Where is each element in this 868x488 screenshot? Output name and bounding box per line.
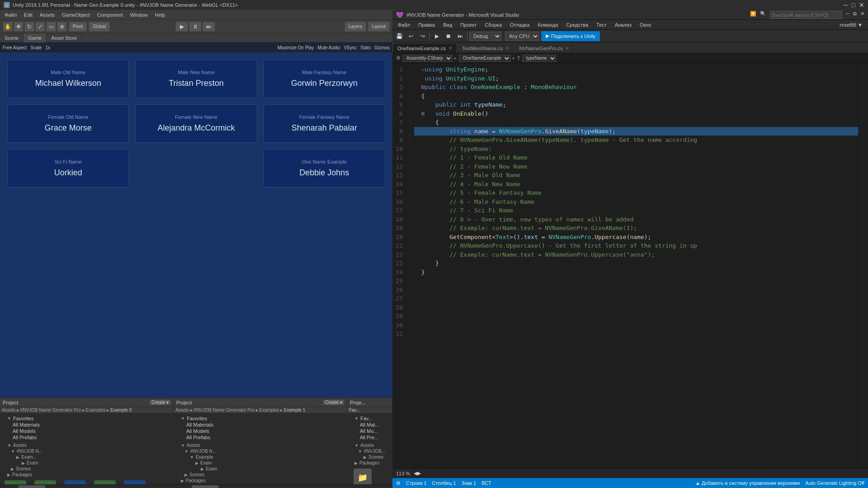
unity-menu-edit[interactable]: Edit (21, 12, 35, 18)
minimize-btn[interactable]: ─ (844, 1, 848, 9)
all-materials-0[interactable]: All Materials (2, 422, 171, 428)
maximize-btn[interactable]: □ (852, 1, 855, 9)
create-btn-0[interactable]: Create ▾ (150, 400, 170, 405)
vs-step-btn[interactable]: ⏭ (455, 31, 465, 41)
status-vcs-action[interactable]: ▲ Добавить в систему управления версиями (695, 480, 800, 486)
asset-rotate-na-0[interactable]: 📦 Rotate Na... (91, 480, 118, 484)
layout-btn[interactable]: Layout (368, 22, 390, 32)
vs-close-btn[interactable]: ✕ (860, 11, 864, 19)
all-models-1[interactable]: All Models (175, 428, 345, 434)
close-btn[interactable]: ✕ (859, 1, 864, 9)
scroll-indicator[interactable]: ◀▶ (414, 470, 421, 476)
vs-menu-analyze[interactable]: Анализ (611, 20, 635, 30)
asset-onenamee-0[interactable]: C# OneNameE... (61, 480, 89, 484)
global-btn[interactable]: Global (89, 22, 110, 32)
unity-menu-gameobject[interactable]: GameObject (59, 12, 93, 18)
vs-minimize-btn[interactable]: ─ (846, 11, 849, 19)
tab-one-name-example[interactable]: OneNameExample.cs ✕ (392, 43, 457, 53)
favorites-2[interactable]: ▼ Fav... (349, 415, 390, 422)
stats-btn[interactable]: Stats (360, 45, 371, 50)
rect-tool[interactable]: ▭ (46, 22, 56, 32)
vs-quick-launch[interactable] (770, 11, 842, 19)
all-prefabs-2[interactable]: All Pre... (349, 434, 390, 441)
tab-game[interactable]: Game (24, 33, 47, 42)
vs-namespace-select[interactable]: OneNameExample (459, 55, 511, 62)
assets-root-0[interactable]: ▼ Assets (2, 442, 171, 448)
unity-menu-window[interactable]: Window (127, 12, 151, 18)
assets-root-1[interactable]: ▼ Assets (175, 442, 345, 448)
scenes-0[interactable]: ▶ Scenes (2, 466, 171, 472)
asset-name-gen-0[interactable]: 🎮 Name Gen... (2, 480, 29, 484)
example-item-1[interactable]: ▼ Example (175, 454, 345, 460)
nvjob-root-0[interactable]: ▼ #NVJOB N... (2, 448, 171, 454)
tab-one-name-close[interactable]: ✕ (448, 46, 452, 51)
layers-btn[interactable]: Layers (344, 22, 366, 32)
vs-save-all-btn[interactable]: 💾 (394, 31, 404, 41)
unity-menu-assets[interactable]: Assets (37, 12, 57, 18)
vs-undo-btn[interactable]: ↩ (406, 31, 416, 41)
code-content[interactable]: =using UnityEngine; using UnityEngine.UI… (410, 63, 862, 468)
step-button[interactable]: ⏭ (203, 22, 215, 32)
vs-scrollbar[interactable] (862, 63, 868, 468)
scenes-1[interactable]: ▶ Scenes (175, 472, 345, 478)
unity-menu-help[interactable]: Help (152, 12, 168, 18)
example-subsub-1[interactable]: ▶ Exam (175, 466, 345, 472)
example-sub-1[interactable]: ▶ Exam (175, 460, 345, 466)
gizmos-btn[interactable]: Gizmos (374, 45, 390, 50)
tab-scene[interactable]: Scene (0, 33, 24, 42)
aspect-ratio-label[interactable]: Free Aspect (3, 45, 27, 50)
all-models-0[interactable]: All Models (2, 428, 171, 434)
unity-menu-component[interactable]: Component (94, 12, 126, 18)
scale-tool[interactable]: ⤢ (35, 22, 45, 32)
vs-stop-btn[interactable]: ⏹ (443, 31, 453, 41)
vs-menu-tools[interactable]: Средства (562, 20, 592, 30)
all-materials-2[interactable]: All Mat... (349, 422, 390, 428)
mute-audio-btn[interactable]: Mute Audio (317, 45, 340, 50)
vs-restore-btn[interactable]: ⧉ (853, 11, 857, 19)
tab-nvnamegenpro[interactable]: NVNameGenPro.cs ✕ (514, 43, 574, 53)
vs-menu-file[interactable]: Файл (394, 20, 414, 30)
scenes-2[interactable]: ▶ Scenes (349, 454, 390, 460)
vs-start-btn[interactable]: ▶ (432, 31, 442, 41)
pause-button[interactable]: ⏸ (189, 22, 202, 32)
nvjob-root-1[interactable]: ▼ #NVJOB N... (175, 448, 345, 454)
favorites-1[interactable]: ▼ Favorites (175, 415, 345, 422)
vs-attach-unity-btn[interactable]: ▶ Подключить к Unity (541, 31, 600, 41)
example-item-0[interactable]: ▶ Exam... (2, 454, 171, 460)
asset-one-name-0[interactable]: 📄 One Name... (32, 480, 59, 484)
favorites-0[interactable]: ▼ Favorites (2, 415, 171, 422)
rotate-tool[interactable]: ↻ (24, 22, 34, 32)
transform-tool[interactable]: ⊕ (57, 22, 67, 32)
unity-menu-file[interactable]: Файл (2, 12, 19, 18)
tab-nvnamegenpro-close[interactable]: ✕ (566, 46, 569, 51)
play-button[interactable]: ▶ (175, 22, 188, 32)
vs-assembly-select[interactable]: Assembly-CSharp (402, 55, 453, 62)
pivot-btn[interactable]: Pivot (69, 22, 87, 32)
vs-menu-build[interactable]: Сборка (481, 20, 505, 30)
vs-filter-icon[interactable]: 🔽 (750, 11, 756, 19)
move-tool[interactable]: ✥ (14, 22, 24, 32)
all-prefabs-0[interactable]: All Prefabs (2, 434, 171, 441)
zoom-level[interactable]: 113 % (396, 471, 410, 476)
vs-menu-reset[interactable]: reset86 ▼ (836, 22, 866, 28)
all-materials-1[interactable]: All Materials (175, 422, 345, 428)
vs-search-icon[interactable]: 🔍 (760, 11, 766, 19)
vs-menu-test[interactable]: Тест (593, 20, 610, 30)
vs-redo-btn[interactable]: ↪ (418, 31, 428, 41)
packages-2[interactable]: ▶ Packages (349, 460, 390, 466)
asset-rotatenam-0[interactable]: C# RotateNam... (121, 480, 148, 484)
maximize-on-play-btn[interactable]: Maximize On Play (278, 45, 314, 50)
create-btn-1[interactable]: Create ▾ (323, 400, 344, 405)
vs-menu-window[interactable]: Окно (636, 20, 655, 30)
vs-type-select[interactable]: typeName (522, 55, 557, 62)
packages-1[interactable]: ▶ Packages (175, 478, 345, 483)
example-sub-0[interactable]: ▶ Exam (2, 460, 171, 466)
tab-asset-store[interactable]: Asset Store (47, 33, 82, 42)
assets-root-2[interactable]: ▼ Assets (349, 442, 390, 448)
scrollbar-h-2[interactable] (347, 484, 392, 488)
vs-menu-view[interactable]: Вид (439, 20, 456, 30)
vs-menu-debug[interactable]: Отладка (506, 20, 533, 30)
all-prefabs-1[interactable]: All Prefabs (175, 434, 345, 441)
vs-platform-select[interactable]: Any CPU x86 x64 (505, 32, 539, 41)
packages-0[interactable]: ▶ Packages (2, 472, 171, 478)
